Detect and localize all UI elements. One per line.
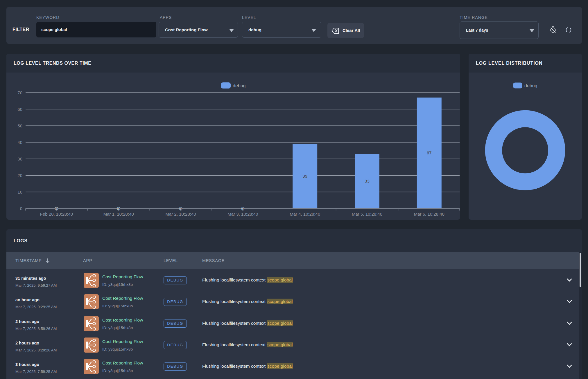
svg-text:Mar 4, 10:28:40: Mar 4, 10:28:40 xyxy=(290,212,320,216)
svg-text:60: 60 xyxy=(17,107,22,112)
svg-text:10: 10 xyxy=(17,190,22,194)
svg-text:Mar 6, 10:28:40: Mar 6, 10:28:40 xyxy=(414,212,444,216)
svg-text:0: 0 xyxy=(55,206,58,211)
svg-text:0: 0 xyxy=(242,206,244,211)
svg-text:Feb 28, 10:28:40: Feb 28, 10:28:40 xyxy=(40,212,73,216)
svg-text:Mar 3, 10:28:40: Mar 3, 10:28:40 xyxy=(227,212,258,216)
svg-text:50: 50 xyxy=(17,123,22,128)
svg-text:39: 39 xyxy=(302,174,307,178)
svg-text:40: 40 xyxy=(17,140,22,145)
svg-text:0: 0 xyxy=(180,206,182,211)
svg-text:Mar 1, 10:28:40: Mar 1, 10:28:40 xyxy=(103,212,134,216)
svg-text:debug: debug xyxy=(524,83,537,88)
svg-text:0: 0 xyxy=(20,206,22,211)
svg-text:30: 30 xyxy=(17,156,22,161)
svg-text:70: 70 xyxy=(17,90,22,95)
svg-text:33: 33 xyxy=(365,178,370,183)
svg-text:Mar 5, 10:28:40: Mar 5, 10:28:40 xyxy=(352,212,382,216)
svg-text:67: 67 xyxy=(427,150,432,155)
svg-text:0: 0 xyxy=(117,206,120,211)
svg-text:debug: debug xyxy=(233,83,246,88)
svg-text:20: 20 xyxy=(17,173,22,178)
svg-text:Mar 2, 10:28:40: Mar 2, 10:28:40 xyxy=(166,212,196,216)
